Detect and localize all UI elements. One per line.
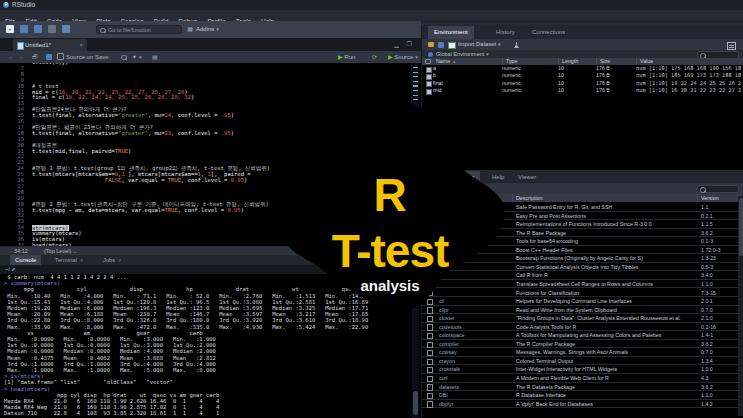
package-row[interactable]: The R Base Package3.6.2 [422, 229, 738, 238]
package-name-link[interactable]: curl [439, 374, 509, 383]
package-checkbox[interactable] [427, 393, 433, 399]
package-row[interactable]: DBIR Database Interface1.1.0 [422, 391, 738, 400]
tab-connections[interactable]: Connections [526, 26, 571, 39]
package-checkbox[interactable] [427, 273, 433, 279]
package-name-link[interactable]: datasets [439, 383, 509, 392]
package-row[interactable]: codetoolsCode Analysis Tools for R0.2-16 [422, 323, 738, 332]
package-name-link[interactable]: colorspace [439, 331, 509, 340]
environment-object-row[interactable]: anumeric10176 Bnum [1:10] 175 168 168 19… [422, 65, 743, 72]
back-icon[interactable]: ← [8, 51, 14, 63]
package-checkbox[interactable] [427, 213, 433, 219]
package-row[interactable]: ✓datasetsThe R Datasets Package3.6.2 [422, 383, 738, 392]
environment-scope-select[interactable]: Global Environment [436, 50, 489, 58]
source-button[interactable]: ▶ Source [388, 51, 418, 63]
list-view-icon[interactable] [727, 42, 736, 50]
package-row[interactable]: cowsayMessages, Warnings, Strings with A… [422, 348, 738, 357]
close-tab-icon[interactable] [79, 39, 83, 51]
load-workspace-icon[interactable] [428, 42, 434, 47]
package-checkbox[interactable] [427, 230, 433, 236]
col-name[interactable]: Name [433, 58, 501, 65]
rerun-icon[interactable]: ⟳ [372, 51, 377, 63]
environment-object-row[interactable]: midnumeric10176 Bnum [1:10] 16 20 21 22 … [422, 87, 743, 94]
import-dataset-button[interactable]: Import Dataset [458, 39, 501, 50]
new-file-icon[interactable]: + [6, 25, 14, 33]
package-checkbox[interactable] [427, 376, 433, 382]
col-pkg-version[interactable]: Version [697, 194, 743, 202]
addins-menu[interactable]: Addins [196, 25, 219, 34]
package-checkbox[interactable] [427, 359, 433, 365]
package-checkbox[interactable] [427, 367, 433, 373]
popout-icon[interactable]: 🗗 [32, 51, 38, 63]
package-checkbox[interactable] [427, 307, 433, 313]
package-row[interactable]: Translate Spreadsheet Cell Ranges to Row… [422, 280, 738, 289]
tab-history[interactable]: History [490, 26, 521, 39]
package-row[interactable]: Easy Pre and Post Assertions0.2.1 [422, 212, 738, 221]
package-checkbox[interactable] [427, 333, 433, 339]
compile-report-icon[interactable]: ▤ [152, 51, 158, 63]
package-checkbox[interactable] [427, 299, 433, 305]
package-checkbox[interactable] [427, 316, 433, 322]
package-checkbox[interactable] [427, 282, 433, 288]
package-row[interactable]: Call R from R3.4.0 [422, 271, 738, 280]
col-size[interactable]: Size [596, 58, 635, 65]
save-all-icon[interactable] [48, 25, 56, 33]
package-checkbox[interactable] [427, 256, 433, 262]
console-tab-jobs[interactable]: Jobs× [98, 255, 126, 265]
forward-icon[interactable]: → [18, 51, 24, 63]
code-editor[interactable]: t.test(x,y)78910# t test11mid = c(16, 20… [0, 63, 421, 246]
package-row[interactable]: compilerThe R Compiler Package3.6.2 [422, 340, 738, 349]
new-project-icon[interactable] [20, 25, 28, 33]
package-checkbox[interactable] [427, 290, 433, 296]
package-checkbox[interactable] [427, 222, 433, 228]
package-checkbox[interactable] [427, 324, 433, 330]
print-icon[interactable] [62, 25, 70, 33]
tab-environment[interactable]: Environment [428, 26, 474, 39]
package-name-link[interactable]: cli [439, 297, 509, 306]
package-row[interactable]: cliHelpers for Developing Command Line I… [422, 297, 738, 306]
package-name-link[interactable]: cowsay [439, 348, 509, 357]
package-name-link[interactable]: compiler [439, 340, 509, 349]
package-row[interactable]: Tools for base64 encoding0.1-3 [422, 237, 738, 246]
package-checkbox[interactable]: ✓ [427, 384, 433, 390]
package-checkbox[interactable] [427, 342, 433, 348]
col-type[interactable]: Type [502, 58, 557, 65]
editor-scrollbar[interactable] [411, 63, 419, 246]
package-checkbox[interactable] [427, 265, 433, 271]
package-row[interactable]: Bootstrap Functions (Originally by Angel… [422, 254, 738, 263]
package-row[interactable]: Functions for Classification7.3-15 [422, 289, 738, 298]
package-checkbox[interactable] [427, 248, 433, 254]
col-value[interactable]: Value [636, 58, 743, 65]
source-on-save-checkbox[interactable]: Source on Save [57, 51, 109, 63]
package-row[interactable]: cliprRead and Write from the System Clip… [422, 306, 738, 315]
package-checkbox[interactable] [427, 239, 433, 245]
package-row[interactable]: crosstalkInter-Widget Interactivity for … [422, 365, 738, 374]
environment-object-row[interactable]: finalnumeric10176 Bnum [1:10] 19 22 24 2… [422, 80, 743, 87]
package-row[interactable]: dbplyrA 'dplyr' Back End for Databases1.… [422, 400, 738, 409]
col-pkg-desc[interactable]: Description [512, 194, 696, 202]
working-directory[interactable]: ~/ [0, 265, 421, 274]
save-icon[interactable] [34, 25, 42, 33]
package-name-link[interactable]: crayon [439, 357, 509, 366]
package-checkbox[interactable] [427, 350, 433, 356]
editor-tab-untitled1[interactable]: Untitled1* [13, 39, 87, 51]
close-icon[interactable]: × [118, 257, 121, 263]
pane-minmax-icons[interactable] [394, 40, 415, 47]
select-all-checkbox[interactable] [422, 58, 432, 65]
package-row[interactable]: Boost C++ Header Files1.72.0-3 [422, 246, 738, 255]
clear-workspace-icon[interactable] [514, 42, 519, 48]
package-name-link[interactable]: codetools [439, 323, 509, 332]
package-row[interactable]: colorspaceA Toolbox for Manipulating and… [422, 331, 738, 340]
package-checkbox[interactable] [427, 401, 433, 407]
packages-search-input[interactable] [697, 185, 739, 193]
package-name-link[interactable]: DBI [439, 391, 509, 400]
package-row[interactable]: crayonColored Terminal Output1.3.4 [422, 357, 738, 366]
col-length[interactable]: Length [558, 58, 595, 65]
package-row[interactable]: curlA Modern and Flexible Web Client for… [422, 374, 738, 383]
package-row[interactable]: Reimplementations of Functions Introduce… [422, 220, 738, 229]
package-name-link[interactable]: crosstalk [439, 365, 509, 374]
package-name-link[interactable]: dbplyr [439, 400, 509, 409]
package-checkbox[interactable] [427, 205, 433, 211]
goto-file-function-input[interactable]: Go to file/function [96, 25, 182, 34]
package-row[interactable]: Safe Password Entry for R, Git, and SSH1… [422, 203, 738, 212]
package-row[interactable]: cluster"Finding Groups in Data": Cluster… [422, 314, 738, 323]
